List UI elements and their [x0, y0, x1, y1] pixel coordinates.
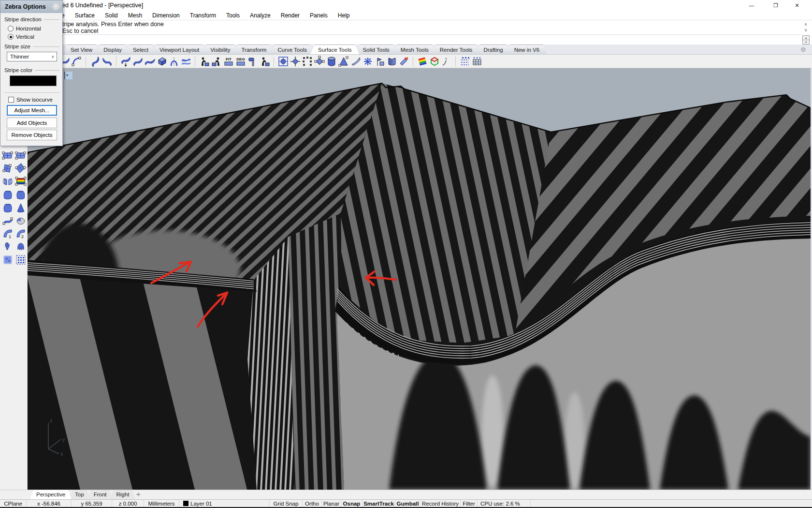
- sidebar-tool-sweep-mouse[interactable]: [14, 214, 27, 226]
- toolbar-icon-knife[interactable]: [349, 56, 362, 67]
- toolbar-icon-bend[interactable]: [168, 56, 180, 67]
- maximize-button[interactable]: ❐: [768, 0, 784, 11]
- toolbar-icon-surface-4[interactable]: [144, 56, 156, 67]
- tab-drafting[interactable]: Drafting: [476, 45, 510, 54]
- toolbar-icon-ribbon-waves[interactable]: [180, 56, 192, 67]
- toolbar-icon-curvature-analysis[interactable]: [416, 56, 428, 67]
- toolbar-icon-book-pages[interactable]: [386, 56, 398, 67]
- menu-item-dimension[interactable]: Dimension: [152, 12, 180, 19]
- tab-select[interactable]: Select: [125, 45, 156, 54]
- show-isocurve-checkbox[interactable]: [8, 97, 14, 103]
- scroll-up-icon[interactable]: ∧: [801, 21, 810, 27]
- toolbar-icon-offset-surface[interactable]: [119, 56, 131, 67]
- tab-transform[interactable]: Transform: [233, 45, 274, 54]
- spin-up-icon[interactable]: ▲: [803, 36, 809, 40]
- toolbar-icon-show-edges[interactable]: [428, 56, 440, 67]
- scroll-down-icon[interactable]: ∨: [801, 27, 810, 33]
- toolbar-icon-merge-surface[interactable]: [210, 56, 222, 67]
- radio-vertical-circle[interactable]: [8, 34, 14, 40]
- toolbar-icon-point-grid[interactable]: [301, 56, 313, 67]
- menu-item-tools[interactable]: Tools: [226, 12, 240, 19]
- status-ortho[interactable]: Ortho: [303, 500, 322, 507]
- status-layer[interactable]: Layer 01: [179, 500, 270, 507]
- menu-item-solid[interactable]: Solid: [105, 12, 118, 19]
- tab-mesh-tools[interactable]: Mesh Tools: [393, 45, 436, 54]
- command-scrollbar[interactable]: ∧ ∨: [801, 21, 810, 34]
- sidebar-tool-point-grid-surface[interactable]: [14, 254, 27, 266]
- toolbar-icon-move-uvn[interactable]: [289, 56, 301, 67]
- toolbar-icon-remove-knot[interactable]: [398, 56, 410, 67]
- tab-viewport-layout[interactable]: Viewport Layout: [152, 45, 207, 54]
- sidebar-tool-sweep1[interactable]: [1, 214, 14, 226]
- menu-item-analyze[interactable]: Analyze: [250, 12, 271, 19]
- toolbar-icon-hatch-2[interactable]: [471, 56, 483, 67]
- toolbar-icon-deg-surface[interactable]: DEG: [234, 56, 246, 67]
- toolbar-icon-match-surface[interactable]: [198, 56, 210, 67]
- menu-item-help[interactable]: Help: [338, 12, 350, 19]
- sidebar-tool-extrude[interactable]: [1, 201, 14, 213]
- toolbar-icon-surface-2[interactable]: [101, 56, 113, 67]
- menu-item-render[interactable]: Render: [281, 12, 300, 19]
- status-gumball[interactable]: Gumball: [395, 500, 420, 507]
- spin-down-icon[interactable]: ▼: [803, 40, 809, 45]
- status-filter[interactable]: Filter: [461, 500, 478, 507]
- add-objects-button[interactable]: Add Objects: [7, 118, 57, 128]
- status-grid-snap[interactable]: Grid Snap: [270, 500, 303, 507]
- status-record-history[interactable]: Record History: [420, 500, 461, 507]
- command-spinner[interactable]: ▲ ▼: [802, 35, 810, 45]
- menu-item-mesh[interactable]: Mesh: [128, 12, 142, 19]
- sidebar-tool-patch-soft[interactable]: [1, 254, 14, 266]
- stripe-color-swatch[interactable]: [10, 75, 57, 86]
- sidebar-tool-plane-3pt[interactable]: [14, 162, 27, 174]
- toolbar-icon-flag[interactable]: [374, 56, 386, 67]
- status-osnap[interactable]: Osnap: [341, 500, 362, 507]
- menu-item-surface[interactable]: Surface: [75, 12, 95, 19]
- minimize-button[interactable]: —: [743, 0, 760, 11]
- sidebar-tool-plane-corner[interactable]: [14, 149, 27, 161]
- toolbar-icon-surface-1[interactable]: [89, 56, 101, 67]
- tab-set-view[interactable]: Set View: [63, 45, 100, 54]
- status-units[interactable]: Millimeters: [144, 500, 179, 507]
- sidebar-tool-revolve[interactable]: [1, 240, 14, 253]
- tab-curve-tools[interactable]: Curve Tools: [270, 45, 315, 54]
- toolbar-icon-fillet-surface[interactable]: [71, 56, 83, 67]
- sidebar-tool-picture[interactable]: [14, 175, 27, 187]
- radio-horizontal[interactable]: Horizontal: [8, 26, 41, 31]
- toolbar-icon-hatch-1[interactable]: [459, 56, 471, 67]
- sidebar-tool-rail-revolve[interactable]: [14, 240, 27, 253]
- zebra-panel-header[interactable]: Zebra Options ✕: [0, 0, 62, 13]
- tab-visibility[interactable]: Visibility: [203, 45, 238, 54]
- remove-objects-button[interactable]: Remove Objects: [7, 130, 57, 140]
- tab-display[interactable]: Display: [96, 45, 130, 54]
- status-planar[interactable]: Planar: [322, 500, 341, 507]
- close-button[interactable]: ✕: [789, 0, 805, 11]
- viewport-tab-perspective[interactable]: Perspective: [30, 490, 72, 499]
- sidebar-tool-extrude-point[interactable]: [14, 201, 27, 213]
- viewport-tab-front[interactable]: Front: [87, 490, 113, 499]
- panel-close-icon[interactable]: ✕: [52, 3, 59, 10]
- adjust-mesh-button[interactable]: Adjust Mesh...: [7, 105, 57, 116]
- status-cplane[interactable]: CPlane: [0, 500, 27, 507]
- sidebar-tool-loft[interactable]: [1, 188, 14, 200]
- sidebar-tool-cutplane[interactable]: [1, 175, 14, 187]
- gear-icon[interactable]: ⚙: [800, 46, 809, 54]
- viewport-menu-marker[interactable]: ▾: [64, 72, 72, 79]
- sidebar-tool-plane[interactable]: [1, 149, 14, 161]
- viewport-tab-top[interactable]: Top: [69, 490, 90, 499]
- tab-render-tools[interactable]: Render Tools: [432, 45, 480, 54]
- sidebar-tool-loft-2[interactable]: [14, 188, 27, 200]
- toolbar-icon-hammer[interactable]: [246, 56, 259, 67]
- radio-horizontal-circle[interactable]: [8, 26, 14, 31]
- sidebar-tool-sweep2-rail[interactable]: 2: [14, 227, 27, 239]
- menu-item-transform[interactable]: Transform: [190, 12, 216, 19]
- toolbar-icon-curvature-graph[interactable]: [440, 56, 452, 67]
- status-smarttrack[interactable]: SmartTrack: [362, 500, 395, 507]
- toolbar-icon-handlebar[interactable]: [313, 56, 325, 67]
- toolbar-icon-unroll-surface[interactable]: [156, 56, 168, 67]
- toolbar-icon-cylinder[interactable]: [325, 56, 337, 67]
- tab-new-in-v6[interactable]: New in V6: [507, 45, 547, 54]
- sidebar-tool-sweep1-rail[interactable]: 1: [1, 227, 14, 239]
- viewport-tab-right[interactable]: Right: [110, 490, 135, 499]
- stripe-size-dropdown[interactable]: Thinner ∨: [7, 52, 57, 61]
- toolbar-icon-spiky[interactable]: [362, 56, 374, 67]
